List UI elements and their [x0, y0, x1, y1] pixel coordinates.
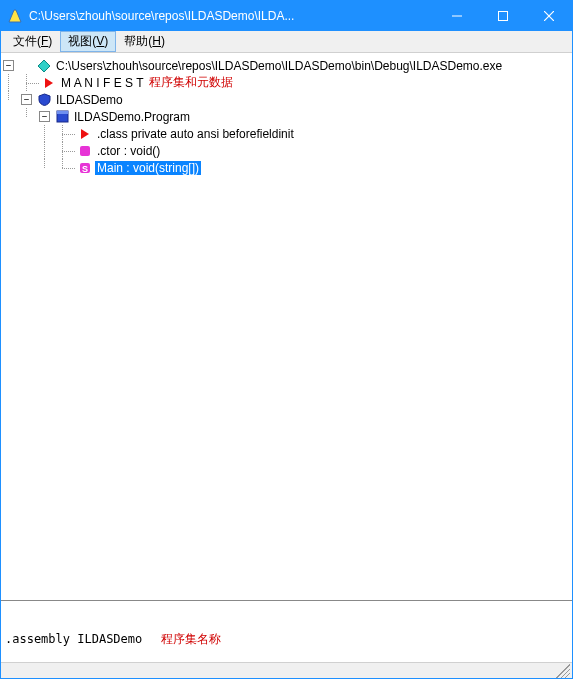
static-method-icon: S: [78, 161, 92, 175]
app-icon: [7, 8, 23, 24]
assembly-icon: [37, 59, 51, 73]
maximize-button[interactable]: [480, 1, 526, 31]
manifest-icon: [42, 76, 56, 90]
close-button[interactable]: [526, 1, 572, 31]
tree-node-namespace[interactable]: − ILDASDemo: [3, 91, 570, 108]
tree-node-root[interactable]: − C:\Users\zhouh\source\repos\ILDASDemo\…: [3, 57, 570, 74]
asm-line: .assembly ILDASDemo: [5, 632, 142, 646]
resize-grip-icon[interactable]: [556, 664, 570, 678]
tree-label: .class private auto ansi beforefieldinit: [95, 127, 296, 141]
window-title: C:\Users\zhouh\source\repos\ILDASDemo\IL…: [29, 9, 434, 23]
expander-icon[interactable]: −: [21, 94, 32, 105]
class-icon: [55, 110, 69, 124]
tree-label: ILDASDemo: [54, 93, 125, 107]
svg-marker-4: [38, 60, 50, 72]
svg-rect-7: [57, 111, 68, 114]
tree-node-main[interactable]: S Main : void(string[]): [3, 159, 570, 176]
tree-label: M A N I F E S T: [59, 76, 145, 90]
titlebar: C:\Users\zhouh\source\repos\ILDASDemo\IL…: [1, 1, 572, 31]
svg-rect-9: [80, 146, 90, 156]
expander-icon[interactable]: −: [39, 111, 50, 122]
svg-marker-5: [45, 78, 53, 88]
tree-label-selected: Main : void(string[]): [95, 161, 201, 175]
tree-view[interactable]: − C:\Users\zhouh\source\repos\ILDASDemo\…: [1, 53, 572, 600]
svg-rect-1: [499, 12, 508, 21]
tree-node-manifest[interactable]: M A N I F E S T 程序集和元数据: [3, 74, 570, 91]
play-icon: [78, 127, 92, 141]
menubar: 文件(F) 视图(V) 帮助(H): [1, 31, 572, 53]
annotation: 程序集和元数据: [149, 74, 233, 91]
tree-node-classdecl[interactable]: .class private auto ansi beforefieldinit: [3, 125, 570, 142]
tree-label: ILDASDemo.Program: [72, 110, 192, 124]
statusbar: [1, 662, 572, 678]
svg-text:S: S: [82, 163, 88, 173]
tree-node-class[interactable]: − ILDASDemo.Program: [3, 108, 570, 125]
expander-icon[interactable]: −: [3, 60, 14, 71]
menu-file[interactable]: 文件(F): [5, 31, 60, 52]
info-pane[interactable]: .assembly ILDASDemo 程序集名称 { .ver 1:0:0:0…: [1, 600, 572, 662]
menu-help[interactable]: 帮助(H): [116, 31, 173, 52]
window-root: C:\Users\zhouh\source\repos\ILDASDemo\IL…: [0, 0, 573, 679]
minimize-button[interactable]: [434, 1, 480, 31]
svg-marker-8: [81, 129, 89, 139]
shield-icon: [37, 93, 51, 107]
window-buttons: [434, 1, 572, 31]
tree-label: C:\Users\zhouh\source\repos\ILDASDemo\IL…: [54, 59, 504, 73]
menu-view[interactable]: 视图(V): [60, 31, 116, 52]
annotation: 程序集名称: [161, 632, 221, 646]
tree-node-ctor[interactable]: .ctor : void(): [3, 142, 570, 159]
method-icon: [78, 144, 92, 158]
tree-label: .ctor : void(): [95, 144, 162, 158]
